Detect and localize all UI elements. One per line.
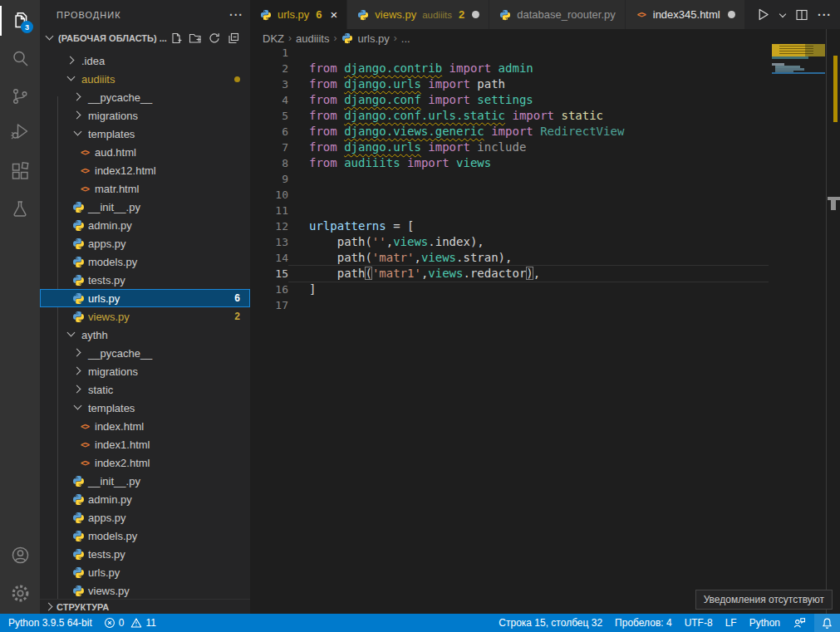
language-mode-status[interactable]: Python <box>749 617 780 629</box>
account-icon[interactable] <box>0 538 40 571</box>
tree-item-migrations[interactable]: migrations <box>40 106 250 125</box>
code-line-10[interactable]: 10 <box>250 187 769 203</box>
breadcrumb-item-urls.py[interactable]: urls.py <box>341 32 389 45</box>
tree-item-audiiits[interactable]: audiiits <box>40 70 250 88</box>
tree-item-index12.html[interactable]: <>index12.html <box>40 161 250 179</box>
search-icon[interactable] <box>0 42 40 75</box>
tree-item-static[interactable]: static <box>40 380 250 399</box>
new-folder-icon[interactable] <box>189 32 202 45</box>
code-line-9[interactable]: 9 <box>250 171 769 187</box>
tree-item-models.py[interactable]: models.py <box>40 527 250 545</box>
code-line-4[interactable]: 4from django.conf import settings <box>250 92 769 108</box>
tree-item-__init__.py[interactable]: __init__.py <box>40 472 250 490</box>
run-debug-icon[interactable] <box>0 115 40 148</box>
code-area[interactable]: 12from django.contrib import admin3from … <box>250 45 840 614</box>
explorer-icon[interactable] <box>0 4 40 37</box>
tab-index345.html[interactable]: <>index345.html <box>626 0 744 29</box>
split-editor-icon[interactable] <box>795 8 808 22</box>
breadcrumb-item-...[interactable]: ... <box>401 32 410 45</box>
code-line-1[interactable]: 1 <box>250 45 769 61</box>
outline-section-header[interactable]: СТРУКТУРА <box>40 599 250 614</box>
tree-item-apps.py[interactable]: apps.py <box>40 234 250 252</box>
tree-item-admin.py[interactable]: admin.py <box>40 216 250 234</box>
run-dropdown-chevron-icon[interactable] <box>779 12 786 18</box>
explorer-action-icons <box>169 32 250 45</box>
editor-group: urls.py6×views.pyaudiiits2database_roout… <box>250 0 840 614</box>
tree-item-urls.py[interactable]: urls.py <box>40 563 250 581</box>
testing-icon[interactable] <box>0 193 40 226</box>
code-line-5[interactable]: 5from django.conf.urls.static import sta… <box>250 108 769 124</box>
workspace-section-header[interactable]: (РАБОЧАЯ ОБЛАСТЬ) ... <box>40 29 250 47</box>
code-line-2[interactable]: 2from django.contrib import admin <box>250 61 769 76</box>
breadcrumb-item-audiiits[interactable]: audiiits <box>296 32 329 45</box>
tree-item-tests.py[interactable]: tests.py <box>40 545 250 563</box>
tree-item-index1.html[interactable]: <>index1.html <box>40 435 250 453</box>
tree-item-migrations[interactable]: migrations <box>40 362 250 380</box>
status-bar: Python 3.9.5 64-bit 0 11 Строка 15, стол… <box>0 614 840 632</box>
python-icon <box>356 8 370 22</box>
tree-item-urls.py[interactable]: urls.py6 <box>40 289 250 307</box>
encoding-status[interactable]: UTF-8 <box>685 617 713 629</box>
problems-status[interactable]: 0 11 <box>104 617 156 629</box>
tree-item-__init__.py[interactable]: __init__.py <box>40 198 250 216</box>
tree-item-templates[interactable]: templates <box>40 399 250 417</box>
overview-ruler-warnings <box>833 56 838 122</box>
code-line-7[interactable]: 7from django.urls import include <box>250 140 769 155</box>
tab-urls.py[interactable]: urls.py6× <box>250 0 346 29</box>
feedback-icon[interactable] <box>793 616 806 630</box>
tree-item-__pycache__[interactable]: __pycache__ <box>40 344 250 362</box>
tree-item-index2.html[interactable]: <>index2.html <box>40 453 250 472</box>
cursor-position-status[interactable]: Строка 15, столбец 32 <box>499 617 602 629</box>
close-icon[interactable]: × <box>331 8 338 21</box>
breadcrumb-item-DKZ[interactable]: DKZ <box>263 32 284 45</box>
tree-item-matr.html[interactable]: <>matr.html <box>40 179 250 198</box>
code-line-8[interactable]: 8from audiiits import views <box>250 155 769 171</box>
tree-item-templates[interactable]: templates <box>40 125 250 143</box>
dirty-dot-icon[interactable] <box>728 11 735 18</box>
code-line-11[interactable]: 11 <box>250 203 769 218</box>
tab-database_roouter.py[interactable]: database_roouter.py <box>489 0 625 29</box>
eol-status[interactable]: LF <box>725 617 737 629</box>
code-line-16[interactable]: 16] <box>250 282 769 297</box>
scrollbar-mark-stem[interactable] <box>831 200 836 210</box>
python-icon <box>71 237 85 250</box>
refresh-icon[interactable] <box>208 32 221 45</box>
python-interpreter-status[interactable]: Python 3.9.5 64-bit <box>8 617 92 629</box>
breadcrumb-separator: › <box>394 32 397 44</box>
tree-item-views.py[interactable]: views.py2 <box>40 307 250 326</box>
code-line-13[interactable]: 13 path('',views.index), <box>250 234 769 250</box>
settings-gear-icon[interactable] <box>0 576 40 610</box>
indentation-status[interactable]: Пробелов: 4 <box>615 617 672 629</box>
extensions-icon[interactable] <box>0 154 40 188</box>
sidebar-title-row: ПРОВОДНИК ··· <box>40 0 250 29</box>
code-line-14[interactable]: 14 path('matr',views.stran), <box>250 250 769 266</box>
breadcrumb-separator: › <box>333 32 336 44</box>
new-file-icon[interactable] <box>169 32 183 45</box>
code-line-3[interactable]: 3from django.urls import path <box>250 76 769 92</box>
collapse-all-icon[interactable] <box>227 32 240 45</box>
sidebar-more-actions[interactable]: ··· <box>229 8 243 22</box>
code-line-17[interactable]: 17 <box>250 297 769 313</box>
code-line-12[interactable]: 12urlpatterns = [ <box>250 218 769 234</box>
tree-item-tests.py[interactable]: tests.py <box>40 271 250 289</box>
tree-item-__pycache__[interactable]: __pycache__ <box>40 88 250 106</box>
tree-item-index.html[interactable]: <>index.html <box>40 417 250 435</box>
python-icon <box>71 547 85 561</box>
more-actions-icon[interactable]: ··· <box>818 8 832 22</box>
code-line-15[interactable]: 15 path('matr1',views.redactor), <box>250 266 769 282</box>
tree-item-.idea[interactable]: .idea <box>40 51 250 70</box>
notifications-bell-icon[interactable] <box>814 614 840 632</box>
tree-item-aythh[interactable]: aythh <box>40 326 250 344</box>
dirty-dot-icon[interactable] <box>472 11 479 18</box>
tree-item-admin.py[interactable]: admin.py <box>40 490 250 508</box>
source-control-icon[interactable] <box>0 80 40 113</box>
line-number: 6 <box>250 124 288 140</box>
tree-item-models.py[interactable]: models.py <box>40 252 250 271</box>
run-python-file-icon[interactable] <box>756 7 770 22</box>
tab-views.py[interactable]: views.pyaudiiits2 <box>347 0 489 29</box>
tree-item-views.py[interactable]: views.py <box>40 581 250 600</box>
tree-item-apps.py[interactable]: apps.py <box>40 508 250 527</box>
tree-item-aud.html[interactable]: <>aud.html <box>40 143 250 161</box>
code-line-6[interactable]: 6from django.views.generic import Redire… <box>250 124 769 140</box>
line-number: 15 <box>250 266 288 282</box>
